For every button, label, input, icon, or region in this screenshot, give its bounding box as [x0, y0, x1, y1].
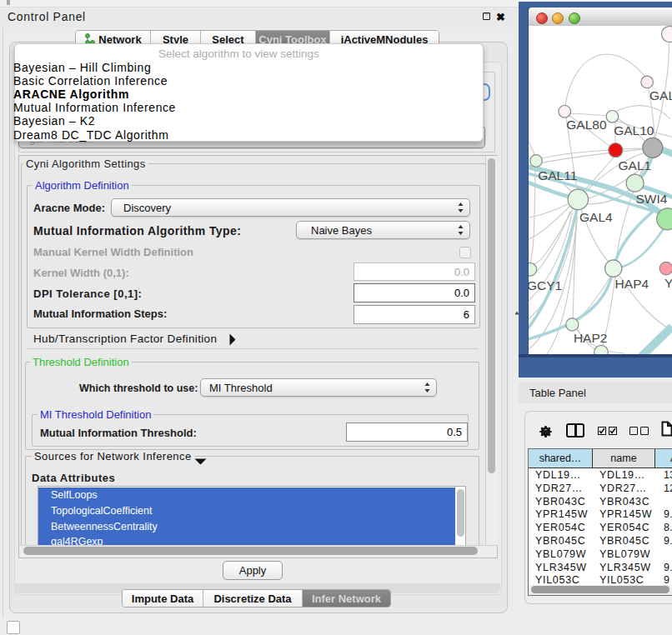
svg-text:GAL11: GAL11 — [538, 168, 577, 182]
svg-text:GAL80: GAL80 — [566, 118, 607, 132]
svg-text:GAL1: GAL1 — [619, 158, 652, 172]
svg-text:SWI4: SWI4 — [636, 192, 668, 206]
svg-text:GAL4: GAL4 — [579, 210, 613, 224]
svg-text:YD: YD — [664, 276, 672, 290]
svg-text:HAP4: HAP4 — [615, 277, 649, 291]
svg-text:GAL10: GAL10 — [614, 123, 654, 138]
svg-text:GAL: GAL — [649, 88, 672, 102]
svg-text:GCY1: GCY1 — [529, 278, 562, 292]
svg-text:HAP2: HAP2 — [574, 331, 608, 345]
